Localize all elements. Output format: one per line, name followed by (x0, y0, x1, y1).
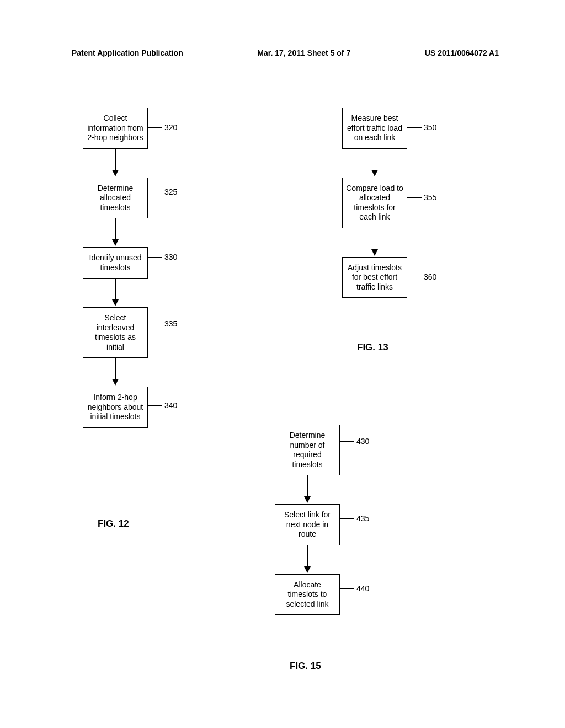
step-box-435: Select link for next node in route (275, 504, 340, 545)
ref-leader (407, 277, 422, 277)
ref-leader (407, 127, 422, 128)
step-text: Identify unused timeslots (89, 253, 142, 272)
flowchart-fig15: Determine number of required timeslots 4… (275, 425, 340, 615)
ref-leader (148, 324, 162, 324)
step-text: Allocate timeslots to selected link (286, 580, 328, 608)
ref-label-440: 440 (356, 584, 369, 593)
figure-caption-15: FIG. 15 (290, 661, 321, 672)
ref-leader (148, 192, 162, 192)
ref-leader (340, 518, 354, 519)
step-box-325: Determine allocated timeslots (83, 178, 148, 219)
step-text: Inform 2-hop neighbors about initial tim… (88, 393, 143, 421)
flowchart-fig12: Collect information from 2-hop neighbors… (83, 108, 148, 428)
ref-label-430: 430 (356, 437, 369, 446)
figure-caption-12: FIG. 12 (98, 518, 129, 529)
arrow (275, 545, 340, 574)
step-box-355: Compare load to allocated timeslots for … (342, 178, 407, 228)
ref-label-330: 330 (164, 253, 177, 261)
ref-leader (407, 197, 422, 198)
flowchart-fig13: Measure best effort traffic load on each… (342, 108, 407, 298)
step-text: Measure best effort traffic load on each… (347, 114, 402, 142)
ref-label-325: 325 (164, 188, 177, 196)
header-right: US 2011/0064072 A1 (425, 49, 499, 57)
step-box-350: Measure best effort traffic load on each… (342, 108, 407, 149)
header-center: Mar. 17, 2011 Sheet 5 of 7 (257, 49, 350, 57)
ref-label-350: 350 (424, 123, 436, 132)
step-box-360: Adjust timeslots for best effort traffic… (342, 257, 407, 298)
ref-label-355: 355 (424, 193, 436, 202)
arrow (83, 218, 148, 247)
ref-leader (340, 588, 354, 589)
ref-label-435: 435 (356, 514, 369, 523)
arrow (83, 149, 148, 178)
ref-label-335: 335 (164, 319, 177, 328)
step-box-340: Inform 2-hop neighbors about initial tim… (83, 387, 148, 428)
arrow (83, 358, 148, 387)
ref-leader (148, 127, 162, 128)
step-text: Determine allocated timeslots (98, 184, 134, 212)
step-text: Select link for next node in route (284, 510, 331, 538)
step-box-320: Collect information from 2-hop neighbors (83, 108, 148, 149)
header-divider (72, 61, 491, 61)
header-left: Patent Application Publication (72, 49, 183, 57)
step-text: Determine number of required timeslots (290, 431, 326, 469)
arrow (275, 475, 340, 504)
step-text: Adjust timeslots for best effort traffic… (348, 263, 402, 291)
step-box-335: Select interleaved timeslots as initial (83, 307, 148, 358)
ref-leader (148, 405, 162, 406)
step-box-430: Determine number of required timeslots (275, 425, 340, 475)
step-box-330: Identify unused timeslots (83, 247, 148, 279)
step-box-440: Allocate timeslots to selected link (275, 574, 340, 615)
page-header: Patent Application Publication Mar. 17, … (0, 49, 565, 57)
step-text: Select interleaved timeslots as initial (95, 313, 136, 351)
ref-label-340: 340 (164, 401, 177, 410)
ref-label-320: 320 (164, 123, 177, 132)
figure-caption-13: FIG. 13 (357, 342, 388, 353)
arrow (83, 279, 148, 307)
ref-leader (340, 441, 354, 442)
arrow (342, 149, 407, 178)
step-text: Compare load to allocated timeslots for … (346, 184, 403, 222)
arrow (342, 228, 407, 257)
step-text: Collect information from 2-hop neighbors (87, 114, 143, 142)
ref-leader (148, 257, 162, 258)
ref-label-360: 360 (424, 272, 436, 281)
